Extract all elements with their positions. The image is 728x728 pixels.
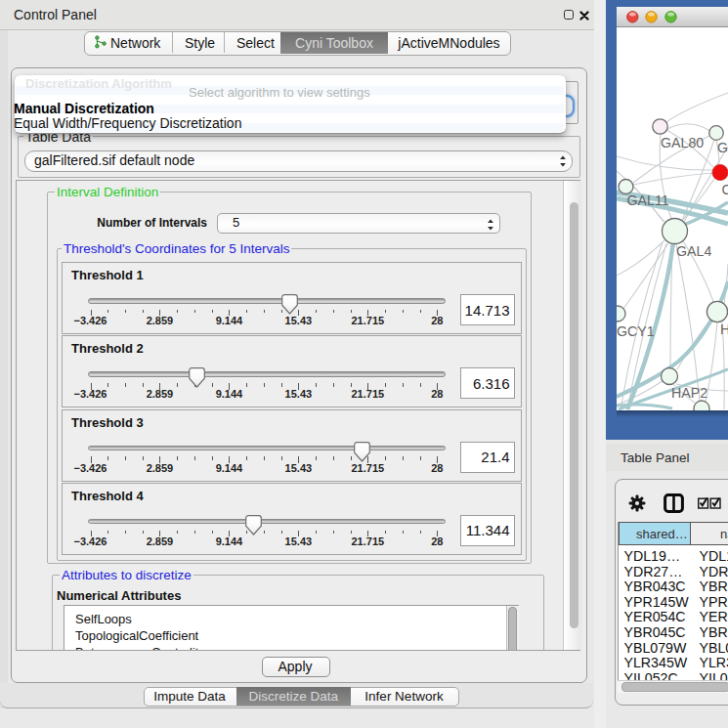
svg-text:H: H (720, 321, 728, 337)
svg-text:GAL4: GAL4 (676, 243, 711, 259)
svg-text:GAL11: GAL11 (627, 193, 669, 208)
svg-text:HAP2: HAP2 (671, 385, 707, 401)
svg-text:GA: GA (717, 140, 728, 155)
svg-text:C: C (722, 182, 728, 197)
svg-text:GAL80: GAL80 (661, 135, 704, 150)
svg-text:GCY1: GCY1 (617, 323, 655, 339)
